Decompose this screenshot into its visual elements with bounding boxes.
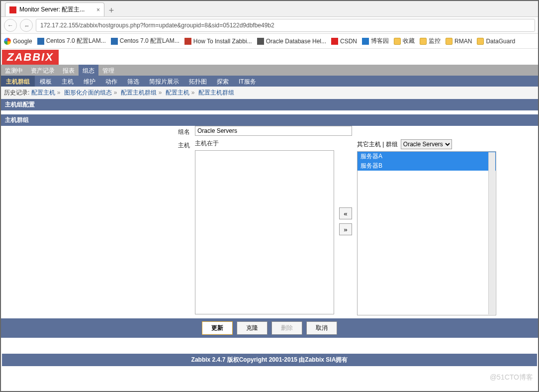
url-text: 172.17.22.155/zabbix/hostgroups.php?form… bbox=[40, 22, 274, 29]
history-link[interactable]: 配置主机群组 bbox=[121, 89, 157, 96]
bookmarks-bar: Google Centos 7.0 配置LAM... Centos 7.0 配置… bbox=[1, 34, 538, 49]
menu2-discovery[interactable]: 筛选 bbox=[122, 76, 144, 87]
bookmark-bokeyuan[interactable]: 博客园 bbox=[362, 37, 389, 45]
address-bar: ← ⟕ 172.17.22.155/zabbix/hostgroups.php?… bbox=[1, 17, 538, 34]
folder-icon bbox=[420, 38, 427, 45]
clone-button[interactable]: 克隆 bbox=[237, 321, 268, 335]
csdn-icon bbox=[331, 38, 338, 45]
bookmark-folder-monitor[interactable]: 监控 bbox=[420, 37, 441, 45]
group-name-input[interactable] bbox=[195, 126, 352, 136]
left-list-head: 主机在于 bbox=[195, 139, 334, 148]
bookmark-folder-dataguard[interactable]: DataGuard bbox=[477, 38, 515, 45]
oracle-icon bbox=[257, 38, 264, 45]
menu1-admin[interactable]: 管理 bbox=[98, 65, 118, 76]
other-group-select[interactable]: Oracle Servers bbox=[401, 139, 452, 149]
browser-tab-strip: Monitor Server: 配置主... × + bbox=[1, 1, 538, 17]
url-input[interactable]: 172.17.22.155/zabbix/hostgroups.php?form… bbox=[36, 19, 535, 32]
section-group-title: 主机群组 bbox=[1, 114, 538, 126]
tab-favicon-icon bbox=[9, 6, 16, 13]
folder-icon bbox=[394, 38, 401, 45]
menu2-search[interactable]: 探索 bbox=[212, 76, 234, 87]
bookmark-zabbix-howto[interactable]: How To Install Zabbi... bbox=[184, 38, 252, 45]
watermark-text: @51CTO博客 bbox=[490, 373, 533, 382]
menu1-inventory[interactable]: 资产记录 bbox=[27, 65, 59, 76]
folder-icon bbox=[446, 38, 452, 45]
name-label: 组名 bbox=[1, 126, 195, 136]
site-icon bbox=[184, 38, 191, 45]
action-button-bar: 更新 克隆 删除 取消 bbox=[1, 318, 538, 338]
zabbix-logo: ZABBIX bbox=[2, 50, 59, 65]
menu2-itservices[interactable]: IT服务 bbox=[234, 76, 261, 87]
update-button[interactable]: 更新 bbox=[202, 321, 233, 335]
history-link[interactable]: 配置主机 bbox=[31, 89, 55, 96]
right-list-label: 其它主机 | 群组 bbox=[357, 140, 398, 149]
breadcrumb: 历史记录: 配置主机» 图形化介面的组态» 配置主机群组» 配置主机» 配置主机… bbox=[1, 87, 538, 99]
delete-button: 删除 bbox=[271, 321, 302, 335]
history-link[interactable]: 配置主机 bbox=[166, 89, 189, 96]
menu2-slides[interactable]: 简报片展示 bbox=[144, 76, 184, 87]
history-link[interactable]: 图形化介面的组态 bbox=[64, 89, 112, 96]
menu2-hostgroups[interactable]: 主机群组 bbox=[1, 76, 35, 87]
menu1-monitoring[interactable]: 监测中 bbox=[1, 65, 27, 76]
scrollbar[interactable] bbox=[488, 152, 495, 314]
reload-button[interactable]: ⟕ bbox=[20, 19, 33, 32]
back-button[interactable]: ← bbox=[4, 19, 17, 32]
history-label: 历史记录: bbox=[4, 89, 29, 96]
move-left-button[interactable]: « bbox=[339, 207, 352, 219]
hosts-label: 主机 bbox=[1, 139, 195, 315]
form-body: 组名 主机 主机在于 « » 其它主机 | 群组 Oracle Servers … bbox=[1, 126, 538, 315]
centos-icon bbox=[111, 38, 118, 45]
bookmark-oracle[interactable]: Oracle Database Hel... bbox=[257, 38, 326, 45]
move-right-button[interactable]: » bbox=[339, 223, 352, 235]
history-link[interactable]: 配置主机群组 bbox=[198, 89, 234, 96]
bookmark-folder-fav[interactable]: 收藏 bbox=[394, 37, 415, 45]
bookmark-csdn[interactable]: CSDN bbox=[331, 38, 357, 45]
google-icon bbox=[4, 38, 11, 45]
footer-copyright: Zabbix 2.4.7 版权Copyright 2001-2015 由Zabb… bbox=[2, 354, 537, 366]
section-config-title: 主机组配置 bbox=[1, 99, 538, 110]
bookmark-centos1[interactable]: Centos 7.0 配置LAM... bbox=[37, 37, 106, 45]
menu1-configuration[interactable]: 组态 bbox=[79, 65, 98, 76]
bookmark-centos2[interactable]: Centos 7.0 配置LAM... bbox=[111, 37, 180, 45]
menu2-maintenance[interactable]: 维护 bbox=[79, 76, 100, 87]
new-tab-button[interactable]: + bbox=[104, 4, 118, 16]
bookmark-google[interactable]: Google bbox=[4, 38, 32, 45]
menu1-reports[interactable]: 报表 bbox=[59, 65, 79, 76]
bookmark-folder-rman[interactable]: RMAN bbox=[446, 38, 472, 45]
menu2-maps[interactable]: 拓扑图 bbox=[184, 76, 212, 87]
tab-close-icon[interactable]: × bbox=[96, 6, 100, 13]
sub-menu: 主机群组 模板 主机 维护 动作 筛选 简报片展示 拓扑图 探索 IT服务 bbox=[1, 76, 538, 87]
menu2-hosts[interactable]: 主机 bbox=[57, 76, 79, 87]
main-menu: 监测中 资产记录 报表 组态 管理 bbox=[1, 65, 538, 76]
menu2-actions[interactable]: 动作 bbox=[100, 76, 122, 87]
menu2-templates[interactable]: 模板 bbox=[35, 76, 57, 87]
list-item[interactable]: 服务器A bbox=[358, 152, 496, 161]
bokeyuan-icon bbox=[362, 38, 369, 45]
hosts-in-group-list[interactable] bbox=[195, 150, 334, 314]
cancel-button[interactable]: 取消 bbox=[306, 321, 337, 335]
centos-icon bbox=[37, 38, 44, 45]
tab-title: Monitor Server: 配置主... bbox=[19, 5, 85, 14]
browser-tab-active[interactable]: Monitor Server: 配置主... × bbox=[5, 2, 104, 16]
other-hosts-list[interactable]: 服务器A 服务器B bbox=[357, 151, 496, 315]
folder-icon bbox=[477, 38, 484, 45]
list-item[interactable]: 服务器B bbox=[358, 161, 496, 171]
